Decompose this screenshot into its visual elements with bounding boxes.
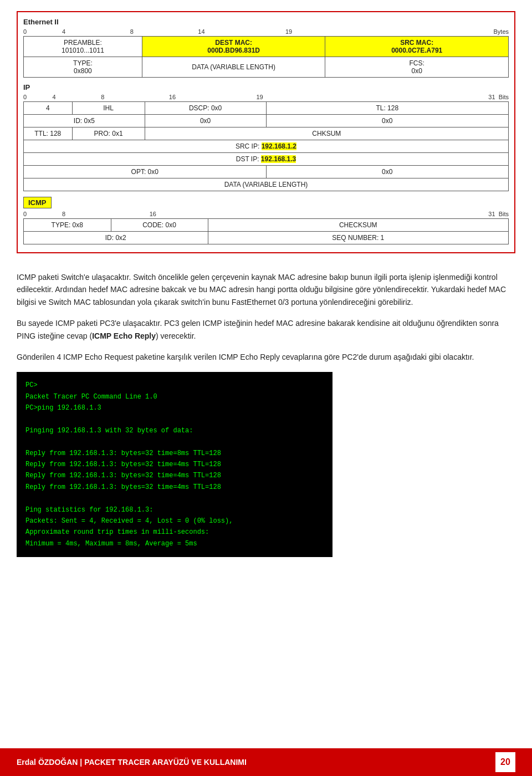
ip-title: IP xyxy=(23,83,509,91)
ip-table: 4 IHL DSCP: 0x0 TL: 128 ID: 0x5 0x0 0x0 … xyxy=(23,101,509,191)
ip-dscp: DSCP: 0x0 xyxy=(145,102,266,115)
icmp-type: TYPE: 0x8 xyxy=(24,219,111,232)
ip-srcip: SRC IP: 192.168.1.2 xyxy=(24,140,509,153)
dest-mac-cell: DEST MAC:000D.BD96.831D xyxy=(142,37,325,57)
ethernet-ruler: 0 4 8 14 19 Bytes xyxy=(23,28,509,35)
paragraph-2: Bu sayede ICMP paketi PC3'e ulaşacaktır.… xyxy=(17,317,515,342)
footer-text: Erdal ÖZDOĞAN | PACKET TRACER ARAYÜZÜ VE… xyxy=(17,758,247,767)
ip-version: 4 xyxy=(24,102,73,115)
ip-ihl: IHL xyxy=(72,102,145,115)
terminal-block: PC>Packet Tracer PC Command Line 1.0PC>p… xyxy=(17,372,332,557)
page-number: 20 xyxy=(495,752,515,772)
ip-dstip: DST IP: 192.168.1.3 xyxy=(24,153,509,166)
page-content: Ethernet II 0 4 8 14 19 Bytes PREAMBLE:1… xyxy=(0,0,532,601)
ip-ttl: TTL: 128 xyxy=(24,127,73,140)
ip-data: DATA (VARIABLE LENGTH) xyxy=(24,178,509,191)
ip-flags: 0x0 xyxy=(145,115,266,127)
icmp-seq: SEQ NUMBER: 1 xyxy=(208,232,509,244)
ip-tl: TL: 128 xyxy=(266,102,509,115)
icmp-table: TYPE: 0x8 CODE: 0x0 CHECKSUM ID: 0x2 SEQ… xyxy=(23,218,509,244)
icmp-label: ICMP xyxy=(23,197,52,208)
ip-ruler: 0 4 8 16 19 31 Bits xyxy=(23,94,509,100)
fcs-cell: FCS:0x0 xyxy=(325,57,509,78)
ip-proto: PRO: 0x1 xyxy=(72,127,145,140)
page-footer: Erdal ÖZDOĞAN | PACKET TRACER ARAYÜZÜ VE… xyxy=(0,748,532,776)
ethernet-table: PREAMBLE:101010...1011 DEST MAC:000D.BD9… xyxy=(23,36,509,78)
icmp-ruler: 0 8 16 31 Bits xyxy=(23,211,509,217)
ip-section: IP 0 4 8 16 19 31 Bits 4 IHL DSCP: 0x0 T… xyxy=(23,83,509,191)
ip-opt2: 0x0 xyxy=(266,166,509,178)
icmp-section: ICMP 0 8 16 31 Bits TYPE: 0x8 CODE: 0x0 … xyxy=(23,197,509,244)
icmp-checksum: CHECKSUM xyxy=(208,219,509,232)
paragraph-3: Gönderilen 4 ICMP Echo Request paketine … xyxy=(17,351,515,363)
icmp-code: CODE: 0x0 xyxy=(111,219,208,232)
paragraph-1: ICMP paketi Switch'e ulaşacaktır. Switch… xyxy=(17,271,515,308)
ethernet-title: Ethernet II xyxy=(23,18,509,26)
ip-chksum: CHKSUM xyxy=(145,127,508,140)
type-cell: TYPE:0x800 xyxy=(24,57,142,78)
ip-id: ID: 0x5 xyxy=(24,115,145,127)
ip-fragoffset: 0x0 xyxy=(266,115,509,127)
ip-opt: OPT: 0x0 xyxy=(24,166,267,178)
src-mac-cell: SRC MAC:0000.0C7E.A791 xyxy=(325,37,509,57)
data-cell: DATA (VARIABLE LENGTH) xyxy=(142,57,325,78)
icmp-id: ID: 0x2 xyxy=(24,232,208,244)
ethernet-diagram: Ethernet II 0 4 8 14 19 Bytes PREAMBLE:1… xyxy=(17,11,515,253)
preamble-cell: PREAMBLE:101010...1011 xyxy=(24,37,142,57)
